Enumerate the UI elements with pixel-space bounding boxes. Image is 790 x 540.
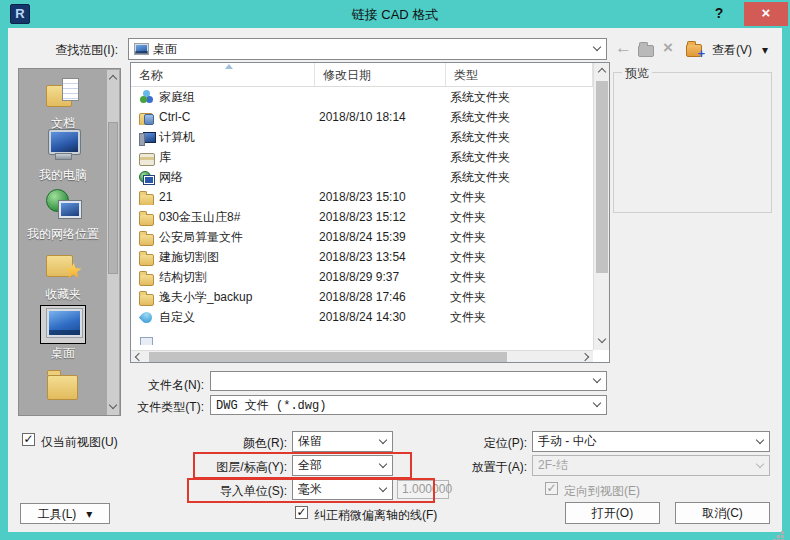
close-button[interactable]: × [744, 2, 788, 26]
scroll-left-icon[interactable] [135, 353, 143, 361]
user-folder-icon [139, 110, 154, 125]
import-units-value: 毫米 [298, 481, 322, 498]
back-button[interactable]: ← [615, 38, 632, 58]
titlebar[interactable]: R 链接 CAD 格式 ? × [0, 0, 790, 28]
network-icon [139, 170, 154, 185]
chevron-down-icon [593, 375, 601, 383]
network-places-icon [44, 189, 82, 219]
file-name-combobox[interactable] [210, 371, 607, 391]
positioning-combobox[interactable]: 手动 - 中心 [532, 431, 770, 452]
column-header-name[interactable]: 名称 [131, 63, 315, 86]
colors-label: 颜色(R): [137, 435, 287, 452]
column-header-date[interactable]: 修改日期 [315, 63, 446, 86]
correct-lines-label: 纠正稍微偏离轴的线(F) [314, 507, 437, 524]
table-row[interactable]: 结构切割 2018/8/29 9:37 文件夹 [131, 267, 593, 287]
folder-icon [139, 190, 154, 205]
help-button[interactable]: ? [710, 5, 728, 23]
view-menu-dropdown[interactable]: ▾ [762, 40, 768, 60]
column-header-type[interactable]: 类型 [446, 63, 593, 86]
file-list: 名称 修改日期 类型 家庭组 系统文件夹 Ctrl-C 2018/8/10 18… [130, 62, 610, 363]
check-icon: ✓ [23, 434, 34, 445]
link-cad-format-dialog: R 链接 CAD 格式 ? × 查找范围(I): 桌面 ← × + 查看(V) … [0, 0, 790, 540]
positioning-label: 定位(P): [377, 435, 527, 452]
list-vertical-scrollbar[interactable] [593, 63, 609, 350]
sidebar-item-label: 我的网络位置 [19, 226, 107, 243]
file-type-combobox[interactable]: DWG 文件 (*.dwg) [210, 395, 607, 415]
layers-label: 图层/标高(Y): [137, 459, 287, 476]
table-row[interactable]: Ctrl-C 2018/8/10 18:14 系统文件夹 [131, 107, 593, 127]
resize-grip[interactable] [781, 531, 784, 534]
cancel-button[interactable]: 取消(C) [675, 502, 770, 524]
orient-to-view-checkbox[interactable]: ✓ [545, 482, 558, 495]
homegroup-icon [139, 90, 154, 105]
table-row[interactable]: 网络 系统文件夹 [131, 167, 593, 187]
import-units-combobox[interactable]: 毫米 [292, 479, 393, 500]
tools-label: 工具(L) [38, 504, 77, 524]
scroll-down-icon[interactable] [598, 335, 606, 343]
custom-icon [139, 310, 154, 325]
table-row[interactable]: 21 2018/8/23 15:10 文件夹 [131, 187, 593, 207]
look-in-combobox[interactable]: 桌面 [128, 38, 607, 60]
preview-panel: 预览 [613, 72, 772, 213]
list-header: 名称 修改日期 类型 [131, 63, 593, 87]
view-menu-label: 查看(V) [712, 42, 752, 59]
scroll-up-icon[interactable] [598, 68, 606, 76]
table-row[interactable]: 家庭组 系统文件夹 [131, 87, 593, 107]
sidebar-item-network-places[interactable]: 我的网络位置 [19, 186, 107, 243]
libraries-icon [139, 150, 154, 165]
sidebar-scrollbar[interactable] [107, 70, 119, 416]
desktop-icon [134, 43, 149, 55]
scale-factor-field[interactable]: 1.000000 [397, 480, 449, 499]
sidebar-item-desktop[interactable]: 桌面 [19, 305, 107, 362]
table-row[interactable]: 建施切割图 2018/8/23 13:54 文件夹 [131, 247, 593, 267]
places-sidebar: 文档 我的电脑 我的网络位置 收藏夹 桌面 [18, 68, 121, 416]
chevron-down-icon [379, 483, 387, 491]
table-row[interactable]: 计算机 系统文件夹 [131, 127, 593, 147]
scroll-right-icon[interactable] [581, 353, 589, 361]
view-menu-button[interactable]: 查看(V) [712, 40, 752, 60]
file-icon [139, 330, 154, 345]
place-at-value: 2F-结 [538, 457, 568, 474]
folder-icon [139, 230, 154, 245]
place-at-label: 放置于(A): [377, 459, 527, 476]
table-row[interactable]: 库 系统文件夹 [131, 147, 593, 167]
preview-label: 预览 [622, 65, 652, 82]
positioning-value: 手动 - 中心 [538, 433, 597, 450]
tools-button[interactable]: 工具(L) ▾ [20, 503, 110, 524]
current-view-only-checkbox[interactable]: ✓ [22, 433, 35, 446]
sidebar-item-my-computer[interactable]: 我的电脑 [19, 127, 107, 184]
table-row[interactable]: 030金玉山庄8# 2018/8/23 15:12 文件夹 [131, 207, 593, 227]
back-arrow-icon: ← [615, 38, 632, 58]
sidebar-item-documents[interactable]: 文档 [19, 75, 107, 132]
new-folder-button[interactable]: + [686, 40, 702, 60]
delete-button[interactable]: × [663, 38, 673, 58]
sidebar-item-label: 收藏夹 [19, 286, 107, 303]
folder-icon [139, 250, 154, 265]
list-horizontal-scrollbar[interactable] [131, 350, 593, 362]
scrollbar-thumb[interactable] [149, 352, 507, 362]
place-at-combobox[interactable]: 2F-结 [532, 455, 770, 476]
sidebar-item-label: 桌面 [19, 345, 107, 362]
list-rows: 家庭组 系统文件夹 Ctrl-C 2018/8/10 18:14 系统文件夹 计… [131, 87, 593, 350]
import-units-label: 导入单位(S): [137, 483, 287, 500]
scrollbar-thumb[interactable] [108, 122, 118, 274]
chevron-down-icon [756, 435, 764, 443]
table-row-partial[interactable] [131, 327, 593, 347]
sidebar-item-favorites[interactable]: 收藏夹 [19, 246, 107, 303]
scroll-up-icon[interactable] [109, 75, 117, 83]
scrollbar-thumb[interactable] [596, 81, 608, 273]
up-one-level-button[interactable] [638, 41, 654, 61]
check-icon: ✓ [296, 507, 307, 518]
table-row[interactable]: 逸夫小学_backup 2018/8/28 17:46 文件夹 [131, 287, 593, 307]
open-button[interactable]: 打开(O) [565, 502, 660, 524]
folder-up-icon [638, 45, 654, 57]
table-row[interactable]: 自定义 2018/8/24 14:30 文件夹 [131, 307, 593, 327]
dialog-title: 链接 CAD 格式 [0, 6, 790, 24]
check-icon: ✓ [546, 483, 557, 494]
correct-lines-checkbox[interactable]: ✓ [295, 506, 308, 519]
my-computer-icon [44, 130, 82, 160]
file-name-label: 文件名(N): [60, 377, 204, 394]
table-row[interactable]: 公安局算量文件 2018/8/24 15:39 文件夹 [131, 227, 593, 247]
file-type-value: DWG 文件 (*.dwg) [216, 397, 326, 414]
sidebar-item-label: 我的电脑 [19, 167, 107, 184]
